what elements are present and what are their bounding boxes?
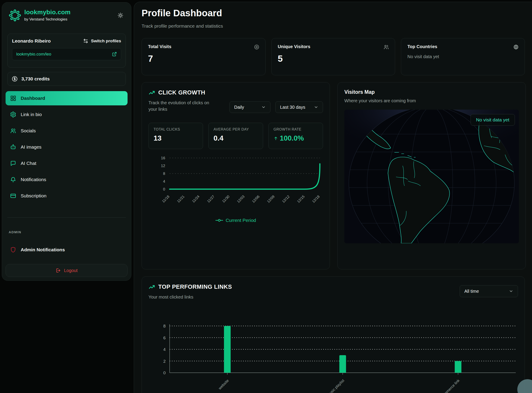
sidebar-divider — [7, 217, 126, 218]
credits-card[interactable]: 3,730 credits — [7, 72, 126, 86]
svg-text:music playlist: music playlist — [326, 378, 345, 393]
click-growth-metrics: TOTAL CLICKS 13 AVERAGE PER DAY 0.4 GROW… — [149, 123, 323, 149]
charts-row: CLICK GROWTH Track the evolution of clic… — [142, 82, 525, 269]
logout-icon — [55, 268, 61, 273]
svg-text:0: 0 — [163, 370, 166, 375]
bar[interactable] — [339, 355, 346, 373]
page-subtitle: Track profile performance and statistics — [142, 23, 223, 29]
stat-label: Total Visits — [148, 44, 259, 49]
svg-text:4: 4 — [163, 179, 165, 184]
swap-arrows-icon — [83, 38, 88, 44]
stats-row: Total Visits 7 Unique Visitors 5 — [142, 38, 525, 75]
shield-icon — [10, 247, 16, 253]
card-icon — [10, 193, 16, 199]
chat-icon — [10, 160, 16, 167]
svg-text:16: 16 — [161, 156, 165, 160]
svg-text:12/03: 12/03 — [236, 195, 245, 203]
sidebar: lookmybio.com by Verstand Technologies L… — [2, 2, 131, 281]
chevron-down-icon — [261, 105, 266, 109]
svg-text:12/12: 12/12 — [281, 195, 290, 203]
top-links-range-select[interactable]: All time — [460, 285, 518, 297]
svg-text:12/18: 12/18 — [311, 195, 320, 203]
svg-text:11/18: 11/18 — [161, 195, 170, 203]
svg-text:4: 4 — [163, 347, 166, 352]
svg-text:2: 2 — [163, 359, 166, 364]
sidebar-item-link-in-bio[interactable]: Link in bio — [5, 107, 128, 122]
sidebar-item-subscription[interactable]: Subscription — [5, 189, 128, 203]
sidebar-item-ai-chat[interactable]: AI Chat — [5, 156, 128, 170]
svg-text:11/27: 11/27 — [206, 195, 215, 203]
profile-name: Leonardo Ribeiro — [12, 38, 51, 44]
growth-line — [170, 164, 320, 189]
credits-label: 3,730 credits — [21, 76, 50, 82]
globe-icon — [513, 44, 519, 50]
robot-icon — [10, 144, 16, 150]
brand-name: lookmybio.com — [24, 9, 71, 16]
brand-byline: by Verstand Technologies — [24, 17, 67, 22]
svg-text:12/06: 12/06 — [251, 195, 260, 203]
profile-url: lookmybio.com/leo — [16, 52, 51, 57]
sidebar-item-notifications[interactable]: Notifications — [5, 172, 128, 187]
top-links-chart: 02468websitemusic playlistcommerce link — [149, 319, 518, 393]
range-select[interactable]: Last 30 days — [275, 101, 323, 113]
svg-text:12/09: 12/09 — [266, 195, 275, 203]
sidebar-item-ai-images[interactable]: AI images — [5, 140, 128, 154]
stat-card-total-visits: Total Visits 7 — [142, 38, 266, 75]
stat-card-unique-visitors: Unique Visitors 5 — [271, 38, 395, 75]
stat-card-top-countries: Top Countries No visit data yet — [401, 38, 525, 75]
svg-text:8: 8 — [163, 324, 166, 328]
theme-toggle-button[interactable] — [116, 11, 125, 20]
sidebar-item-admin-notifications[interactable]: Admin Notifications — [5, 243, 128, 257]
logout-button[interactable]: Logout — [5, 264, 128, 277]
click-growth-card: CLICK GROWTH Track the evolution of clic… — [142, 82, 330, 269]
chevron-down-icon — [314, 105, 318, 109]
admin-section-label: ADMIN — [9, 230, 21, 234]
users-icon — [10, 128, 16, 134]
svg-text:6: 6 — [163, 335, 166, 340]
svg-text:12/15: 12/15 — [296, 195, 305, 203]
brand-logo-icon — [9, 9, 21, 22]
svg-text:11/30: 11/30 — [222, 195, 230, 203]
metric-growth-rate: GROWTH RATE 100.0% — [268, 123, 323, 149]
profile-url-field[interactable]: lookmybio.com/leo — [12, 48, 121, 60]
top-links-title: TOP PERFORMING LINKS — [158, 283, 232, 290]
page-title: Profile Dashboard — [142, 8, 222, 19]
grid-icon — [10, 95, 16, 101]
trend-up-icon — [149, 284, 155, 290]
chart-legend: Current Period — [149, 218, 323, 223]
svg-text:11/24: 11/24 — [191, 195, 200, 203]
metric-total-clicks: TOTAL CLICKS 13 — [149, 123, 203, 149]
visitors-map-subtitle: Where your visitors are coming from — [344, 98, 519, 103]
visitors-map-title: Visitors Map — [344, 89, 519, 95]
chevron-down-icon — [509, 289, 513, 293]
stat-value: 5 — [278, 54, 389, 64]
sidebar-nav: Dashboard Link in bio Socials — [5, 91, 128, 205]
stat-empty-text: No visit data yet — [407, 54, 518, 59]
sun-icon — [117, 12, 123, 18]
bar[interactable] — [224, 326, 231, 373]
brand-header: lookmybio.com by Verstand Technologies — [7, 8, 128, 24]
visitors-map-panel[interactable]: No visit data yet — [344, 110, 519, 243]
globe-graphic — [344, 110, 519, 243]
switch-profiles-button[interactable]: Switch profiles — [83, 38, 121, 44]
legend-line-icon — [215, 219, 223, 222]
external-link-icon[interactable] — [112, 52, 117, 57]
stat-label: Unique Visitors — [278, 44, 389, 49]
profile-card: Leonardo Ribeiro Switch profiles lookmyb… — [7, 34, 126, 68]
sidebar-item-socials[interactable]: Socials — [5, 124, 128, 138]
legend-label: Current Period — [226, 218, 256, 223]
svg-text:8: 8 — [163, 172, 165, 176]
sidebar-item-dashboard[interactable]: Dashboard — [5, 91, 128, 105]
top-links-subtitle: Your most clicked links — [149, 294, 218, 300]
trend-up-icon — [149, 89, 155, 96]
svg-text:11/21: 11/21 — [176, 195, 185, 203]
svg-text:website: website — [218, 378, 230, 391]
click-growth-subtitle: Track the evolution of clicks on your li… — [149, 100, 218, 113]
visitors-map-card: Visitors Map Where your visitors are com… — [338, 82, 526, 269]
stat-value: 7 — [148, 54, 259, 64]
main-content: Profile Dashboard Track profile performa… — [134, 2, 532, 393]
svg-text:0: 0 — [163, 187, 165, 191]
interval-select[interactable]: Daily — [229, 101, 271, 113]
bar[interactable] — [455, 361, 461, 373]
target-icon — [254, 44, 260, 50]
